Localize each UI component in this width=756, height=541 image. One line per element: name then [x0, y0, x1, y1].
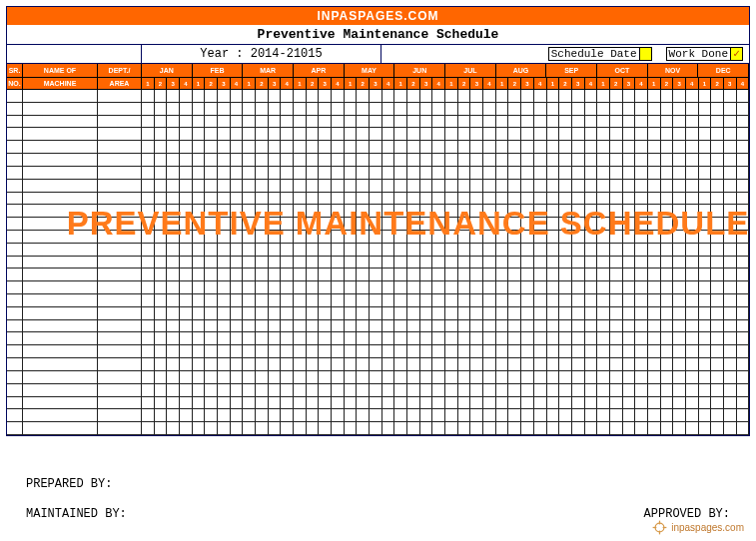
cell-dept-area[interactable] [98, 332, 142, 345]
cell-week[interactable] [483, 231, 496, 244]
cell-week[interactable] [345, 103, 358, 116]
cell-week[interactable] [167, 307, 180, 320]
cell-week[interactable] [585, 345, 598, 358]
cell-week[interactable] [585, 116, 598, 129]
cell-week[interactable] [256, 167, 269, 180]
cell-week[interactable] [281, 320, 294, 333]
cell-week[interactable] [256, 218, 269, 231]
cell-week[interactable] [458, 269, 471, 281]
cell-week[interactable] [737, 154, 750, 167]
cell-week[interactable] [483, 397, 496, 410]
cell-week[interactable] [597, 180, 610, 193]
cell-week[interactable] [218, 244, 231, 257]
cell-week[interactable] [648, 231, 661, 244]
cell-week[interactable] [559, 371, 572, 384]
cell-dept-area[interactable] [98, 281, 142, 294]
cell-week[interactable] [508, 257, 521, 270]
cell-week[interactable] [193, 397, 206, 410]
cell-week[interactable] [294, 384, 307, 397]
cell-week[interactable] [673, 307, 686, 320]
cell-week[interactable] [307, 371, 320, 384]
cell-week[interactable] [521, 281, 534, 294]
cell-week[interactable] [635, 384, 648, 397]
cell-week[interactable] [394, 205, 407, 218]
cell-week[interactable] [610, 193, 623, 206]
cell-week[interactable] [243, 90, 256, 103]
cell-week[interactable] [534, 281, 547, 294]
cell-week[interactable] [470, 205, 483, 218]
cell-week[interactable] [686, 231, 699, 244]
cell-week[interactable] [256, 409, 269, 422]
cell-week[interactable] [269, 358, 282, 371]
cell-week[interactable] [193, 103, 206, 116]
cell-week[interactable] [256, 345, 269, 358]
cell-week[interactable] [345, 257, 358, 270]
cell-week[interactable] [370, 180, 382, 193]
cell-week[interactable] [370, 384, 382, 397]
cell-machine-name[interactable] [23, 345, 98, 358]
cell-week[interactable] [661, 409, 674, 422]
cell-week[interactable] [711, 154, 724, 167]
cell-week[interactable] [357, 307, 370, 320]
cell-week[interactable] [737, 307, 750, 320]
cell-week[interactable] [737, 345, 750, 358]
cell-week[interactable] [686, 257, 699, 270]
cell-week[interactable] [407, 332, 420, 345]
cell-week[interactable] [724, 244, 737, 257]
cell-week[interactable] [294, 332, 307, 345]
cell-week[interactable] [432, 345, 445, 358]
cell-week[interactable] [432, 257, 445, 270]
cell-week[interactable] [458, 128, 471, 141]
cell-week[interactable] [521, 231, 534, 244]
cell-week[interactable] [458, 257, 471, 270]
cell-week[interactable] [294, 397, 307, 410]
cell-week[interactable] [724, 257, 737, 270]
cell-week[interactable] [686, 193, 699, 206]
cell-week[interactable] [281, 167, 294, 180]
cell-week[interactable] [256, 180, 269, 193]
cell-week[interactable] [496, 269, 509, 281]
cell-week[interactable] [269, 128, 282, 141]
cell-machine-name[interactable] [23, 244, 98, 257]
cell-week[interactable] [711, 116, 724, 129]
cell-week[interactable] [370, 205, 382, 218]
cell-week[interactable] [420, 167, 433, 180]
cell-sr[interactable] [7, 90, 23, 103]
cell-week[interactable] [711, 167, 724, 180]
cell-week[interactable] [155, 422, 168, 435]
cell-week[interactable] [256, 281, 269, 294]
cell-week[interactable] [648, 154, 661, 167]
cell-week[interactable] [281, 154, 294, 167]
cell-week[interactable] [407, 422, 420, 435]
cell-week[interactable] [370, 141, 382, 154]
cell-week[interactable] [218, 320, 231, 333]
cell-week[interactable] [394, 345, 407, 358]
cell-week[interactable] [699, 244, 712, 257]
cell-week[interactable] [559, 90, 572, 103]
cell-week[interactable] [496, 307, 509, 320]
cell-week[interactable] [483, 281, 496, 294]
cell-week[interactable] [648, 269, 661, 281]
cell-week[interactable] [661, 116, 674, 129]
cell-week[interactable] [243, 141, 256, 154]
cell-week[interactable] [483, 294, 496, 307]
cell-week[interactable] [483, 358, 496, 371]
cell-week[interactable] [661, 358, 674, 371]
cell-week[interactable] [243, 218, 256, 231]
cell-week[interactable] [585, 180, 598, 193]
cell-week[interactable] [167, 332, 180, 345]
cell-week[interactable] [432, 90, 445, 103]
cell-week[interactable] [623, 218, 636, 231]
cell-week[interactable] [508, 397, 521, 410]
cell-week[interactable] [635, 358, 648, 371]
cell-machine-name[interactable] [23, 307, 98, 320]
cell-week[interactable] [382, 205, 395, 218]
cell-week[interactable] [407, 218, 420, 231]
cell-week[interactable] [193, 307, 206, 320]
cell-week[interactable] [534, 371, 547, 384]
cell-week[interactable] [508, 167, 521, 180]
cell-week[interactable] [407, 257, 420, 270]
cell-week[interactable] [294, 116, 307, 129]
cell-week[interactable] [307, 358, 320, 371]
cell-week[interactable] [534, 218, 547, 231]
